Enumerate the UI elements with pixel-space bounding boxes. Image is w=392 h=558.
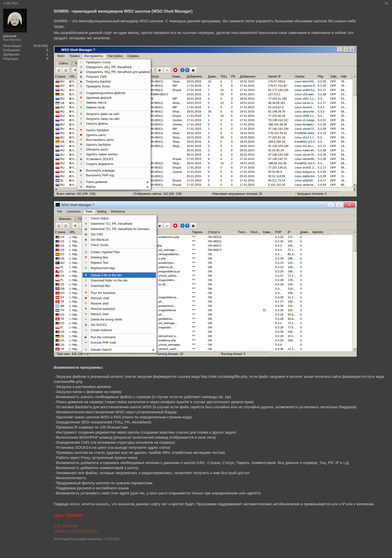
menu-item[interactable]: ▤Файлы▶ (78, 184, 150, 189)
menu-item[interactable]: ✎Замена текста (78, 100, 150, 105)
menu-item[interactable]: ▪Get BlackList (83, 237, 156, 242)
close-button[interactable]: ✕ (349, 47, 355, 52)
menu-item[interactable]: ✓Check Status (83, 216, 156, 221)
scrollbar-track[interactable] (353, 96, 357, 183)
toolbar-button[interactable]: ▥ (55, 67, 62, 73)
menu-item[interactable]: ◔Определить тИЦ, PR, AlexaRank (78, 65, 150, 69)
toolbar-button[interactable]: ? (185, 68, 189, 72)
menu-bar-item[interactable]: Справка (125, 53, 141, 59)
column-header[interactable]: Статус (148, 74, 171, 79)
menu-item[interactable]: ◎Domain Search▶ (83, 347, 156, 352)
scroll-up-icon[interactable]: ▲ (353, 74, 357, 78)
menu-item[interactable]: ⟳Обновить шелл (78, 147, 150, 152)
toolbar-button[interactable]: ▥ (63, 223, 69, 229)
menu-bar-item[interactable]: Файл (55, 53, 67, 59)
menu-item[interactable]: ⟳Restore shell (83, 301, 156, 306)
scroll-right-icon[interactable]: ▶ (353, 187, 357, 191)
column-header[interactable]: Server IP (267, 74, 294, 79)
menu-item[interactable]: ⬇Download folder on the site (83, 278, 156, 283)
column-header[interactable]: Safe... (329, 74, 340, 79)
menu-item[interactable]: ✓Проверить статус (78, 60, 150, 65)
menu-item[interactable]: ▦Получить CMS (78, 74, 150, 79)
menu-item[interactable]: SПроверить Socks (78, 84, 150, 89)
menu-item[interactable]: SCheck Socks (83, 242, 156, 248)
menu-item[interactable]: ⬇Скачать файлы (78, 121, 150, 126)
column-header[interactable]: PR (230, 74, 239, 79)
menu-item[interactable]: ▤Создание/дозапись файлов (78, 90, 150, 95)
column-header[interactable]: Страна (54, 74, 68, 79)
toolbar-button[interactable]: ▣ (190, 67, 197, 73)
toolbar-button[interactable]: ✖ (173, 68, 178, 72)
menu-item[interactable]: ▦Get CMS (83, 232, 156, 237)
menu-item[interactable]: ⚑Залить backdoor (78, 128, 150, 133)
scroll-left-icon[interactable]: ◀ (54, 187, 58, 191)
menu-item[interactable]: ▪Получить blacklist (78, 79, 150, 84)
toolbar-button[interactable]: ▶ (157, 223, 163, 229)
toolbar-button[interactable]: ✚ (72, 223, 79, 229)
minimize-button[interactable]: – (327, 202, 335, 208)
menu-item[interactable]: ▤Create / Append Files (83, 249, 156, 255)
column-header[interactable]: Добавлено (239, 74, 267, 79)
menu-item[interactable]: ⬆Загрузить папку на сайт (78, 116, 150, 121)
user-avatar[interactable] (3, 9, 27, 32)
menu-item[interactable]: ⬆Загрузить файл на сайт (78, 111, 150, 116)
menu-bar-item[interactable]: Правка (67, 53, 82, 59)
menu-item[interactable]: ⚑Pour the backdoor (83, 290, 156, 295)
column-header[interactable]: Hdd (340, 74, 351, 79)
menu-item[interactable]: ≡Execute PHP code (83, 340, 156, 345)
toolbar-button[interactable]: i (180, 224, 185, 228)
scroll-down-icon[interactable]: ▼ (353, 347, 357, 351)
menu-item[interactable]: ⬇Download files (83, 283, 156, 288)
menu-item[interactable]: ✖Удалить шелл (78, 133, 150, 137)
title-bar[interactable]: >_ WSO Shell Manager 7 – □ ✕ (54, 201, 357, 209)
column-header[interactable]: Посл... (237, 230, 249, 235)
menu-item[interactable]: ⬆Upload a file to the site (83, 272, 156, 278)
scroll-down-icon[interactable]: ▼ (353, 183, 357, 187)
menu-item[interactable]: ✂Delete the wrong shells (83, 317, 156, 322)
tab[interactable]: Websites (55, 216, 74, 222)
scrollbar-thumb[interactable] (353, 234, 357, 252)
close-button[interactable]: ✕ (344, 202, 355, 208)
menu-item[interactable]: ⚑Удалить backdoor (78, 142, 150, 147)
menu-item[interactable]: ↪Создать редиректы (78, 161, 150, 166)
toolbar-button[interactable]: ≡ (164, 67, 170, 73)
column-header[interactable]: Uname (294, 74, 317, 79)
column-header[interactable]: Страна (54, 230, 68, 235)
menu-item[interactable]: ✂Удалить чужие шеллы (78, 152, 150, 157)
menu-item[interactable]: ◕Определить тИЦ, PR, AlexaRank для домен… (78, 69, 150, 74)
column-header[interactable]: Php (317, 74, 329, 79)
scroll-up-icon[interactable]: ▲ (353, 230, 357, 234)
menu-item[interactable]: ⚑Remove backdoor (83, 306, 156, 311)
menu-item[interactable]: ✖Remove shell (83, 295, 156, 301)
menu-item[interactable]: ▶Выполнить команды (78, 168, 150, 173)
menu-item[interactable]: ◉Set SOCKS (83, 322, 156, 327)
menu-bar-item[interactable]: Setting (95, 209, 109, 214)
toolbar-button[interactable]: ▥ (63, 67, 69, 73)
menu-item[interactable]: ◔Determine TCI, PR, AlexaRank (83, 221, 156, 226)
column-header[interactable]: IP (287, 230, 299, 235)
menu-item[interactable]: ◕Determine TCI, PR, AlexaRank for Domain… (83, 226, 156, 232)
column-header[interactable]: PHP (274, 230, 287, 235)
toolbar-button[interactable]: ▣ (190, 223, 197, 229)
menu-bar-item[interactable]: Инструменты (82, 53, 105, 59)
menu-item[interactable]: ≡Выполнить PHP код (78, 173, 150, 178)
toolbar-button[interactable]: ▶ (157, 67, 163, 73)
vertical-scrollbar[interactable]: ▲ ▼ (352, 74, 357, 187)
menu-bar-item[interactable]: Correction (64, 209, 83, 214)
column-header[interactable]: Статус ▾ (207, 230, 237, 235)
minimize-button[interactable]: _ (337, 47, 343, 52)
menu-item[interactable]: ▶Run the command (83, 334, 156, 340)
toolbar-button[interactable]: ✖ (173, 224, 178, 228)
post-number-link[interactable]: #1 (385, 1, 388, 5)
column-header[interactable]: ТИЦ (219, 74, 230, 79)
column-header[interactable]: Доме... (207, 74, 219, 79)
menu-bar-item[interactable]: File (55, 209, 64, 214)
menu-item[interactable]: ✖Удаление файлов (78, 95, 150, 100)
vertical-scrollbar[interactable]: ▲ ▼ (352, 230, 357, 351)
username[interactable]: pritomnik (3, 34, 48, 38)
menu-item[interactable]: ↪Create redirects (83, 327, 156, 333)
title-bar[interactable]: >_ WSO Shell Manager 7 _ □ ✕ (54, 46, 356, 53)
tab[interactable]: Сайты (55, 61, 71, 66)
column-header[interactable]: Доме... (299, 230, 311, 235)
column-header[interactable]: Коме... (171, 74, 186, 79)
